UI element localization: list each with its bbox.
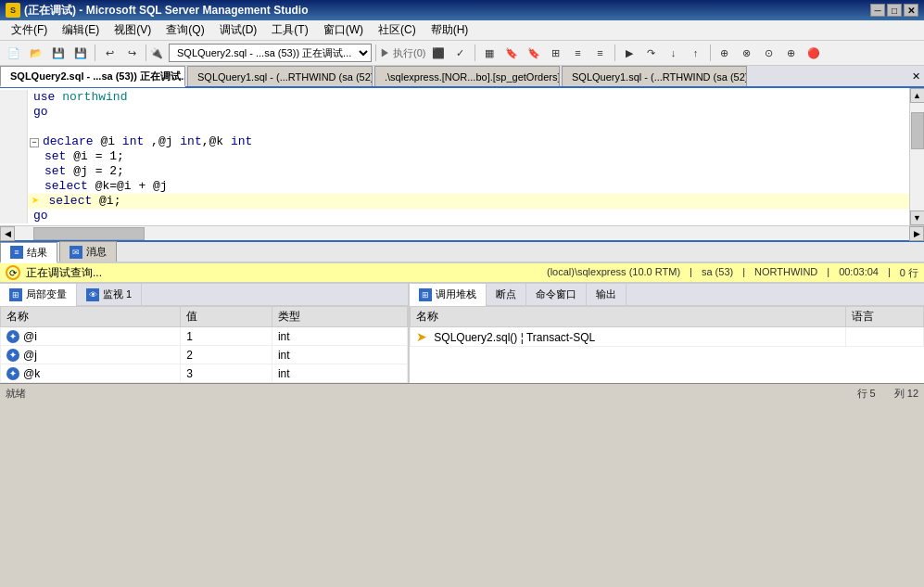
line-num-1 bbox=[0, 90, 28, 105]
keyword-select-2: select bbox=[48, 194, 92, 208]
step-out-button[interactable]: ↑ bbox=[686, 43, 706, 63]
save-all-button[interactable]: 💾 bbox=[70, 43, 91, 63]
menu-window[interactable]: 窗口(W) bbox=[316, 20, 371, 40]
tab-3[interactable]: SQLQuery1.sql - (...RTHWIND (sa (52))) bbox=[562, 66, 747, 86]
debug-btn-6[interactable]: ≡ bbox=[590, 43, 611, 63]
scroll-track[interactable] bbox=[910, 103, 925, 211]
locals-table: 名称 值 类型 ✦ @i 1 int ✦ @j 2 int bbox=[0, 306, 408, 383]
line-code-8: select @i; bbox=[41, 194, 120, 209]
line-content-9: go bbox=[28, 209, 48, 223]
close-button[interactable]: ✕ bbox=[904, 4, 918, 17]
menu-community[interactable]: 社区(C) bbox=[371, 20, 424, 40]
output-tab[interactable]: 输出 bbox=[587, 284, 627, 306]
menu-bar: 文件(F) 编辑(E) 视图(V) 查询(Q) 调试(D) 工具(T) 窗口(W… bbox=[0, 20, 924, 41]
step-over-button[interactable]: ↷ bbox=[641, 43, 662, 63]
new-query-button[interactable]: 📄 bbox=[4, 43, 24, 63]
breakpoints-tab[interactable]: 断点 bbox=[487, 284, 526, 306]
scroll-down-btn[interactable]: ▼ bbox=[910, 211, 925, 225]
debug-arrow-icon: ➤ bbox=[32, 194, 39, 209]
misc-btn-2[interactable]: ⊗ bbox=[737, 43, 757, 63]
tab-0[interactable]: SQLQuery2.sql - ...sa (53)) 正在调试.. bbox=[0, 66, 185, 87]
line-num-6 bbox=[0, 164, 28, 179]
var-icon: ✦ bbox=[6, 367, 19, 380]
menu-query[interactable]: 查询(Q) bbox=[158, 20, 211, 40]
results-tab-0[interactable]: ≡ 结果 bbox=[0, 242, 57, 263]
menu-view[interactable]: 视图(V) bbox=[107, 20, 158, 40]
debug-server: (local)\sqlexpress (10.0 RTM) bbox=[547, 266, 680, 280]
callstack-tab-bar: ⊞ 调用堆栈 断点 命令窗口 输出 bbox=[410, 284, 924, 306]
menu-edit[interactable]: 编辑(E) bbox=[55, 20, 107, 40]
locals-tab[interactable]: ⊞ 局部变量 bbox=[0, 284, 77, 306]
messages-icon: ✉ bbox=[70, 246, 82, 259]
command-window-tab[interactable]: 命令窗口 bbox=[526, 284, 587, 306]
line-content-8: ➤ select @i; bbox=[28, 194, 120, 209]
code-line-4: −declare @i int ,@j int,@k int bbox=[0, 134, 909, 149]
fold-icon-1[interactable]: − bbox=[30, 138, 39, 147]
v-scrollbar[interactable]: ▲ ▼ bbox=[909, 88, 924, 225]
line-num-3 bbox=[0, 120, 28, 134]
window-controls[interactable]: ─ □ ✕ bbox=[870, 4, 918, 17]
misc-btn-5[interactable]: 🔴 bbox=[804, 43, 824, 63]
results-tab-1[interactable]: ✉ 消息 bbox=[59, 241, 117, 262]
maximize-button[interactable]: □ bbox=[887, 4, 902, 17]
debug-btn-1[interactable]: ▦ bbox=[479, 43, 500, 63]
var-j-set: @j bbox=[73, 164, 88, 178]
toolbar-area: 📄 📂 💾 💾 ↩ ↪ 🔌 SQLQuery2.sql - ...sa (53)… bbox=[0, 41, 924, 66]
debug-separator-1: | bbox=[690, 266, 692, 280]
line-content-1: use northwind bbox=[28, 90, 127, 105]
h-scrollbar[interactable]: ◀ ▶ bbox=[0, 225, 924, 240]
locals-cell-value: 3 bbox=[181, 364, 272, 383]
code-editor[interactable]: use northwind go −declare @i int ,@j int… bbox=[0, 88, 909, 225]
misc-btn-3[interactable]: ⊙ bbox=[759, 43, 779, 63]
debug-btn-5[interactable]: ≡ bbox=[568, 43, 589, 63]
misc-btn-4[interactable]: ⊕ bbox=[781, 43, 802, 63]
separator-1 bbox=[95, 45, 95, 61]
redo-button[interactable]: ↪ bbox=[121, 43, 142, 63]
h-scroll-track[interactable] bbox=[15, 226, 909, 240]
var-i-decl: @i bbox=[100, 134, 115, 148]
locals-row: ✦ @k 3 int bbox=[1, 364, 408, 383]
menu-debug[interactable]: 调试(D) bbox=[212, 20, 265, 40]
locals-cell-type: int bbox=[272, 364, 407, 383]
check-button[interactable]: ✓ bbox=[450, 43, 471, 63]
connection-dropdown[interactable]: SQLQuery2.sql - ...sa (53)) 正在调试... bbox=[169, 44, 372, 62]
results-tab-bar: ≡ 结果 ✉ 消息 bbox=[0, 240, 924, 262]
watch-tab[interactable]: 👁 监视 1 bbox=[77, 284, 142, 306]
menu-help[interactable]: 帮助(H) bbox=[424, 20, 476, 40]
debug-btn-2[interactable]: 🔖 bbox=[501, 43, 522, 63]
tab-1[interactable]: SQLQuery1.sql - (...RTHWIND (sa (52)))* bbox=[187, 66, 373, 86]
line-num-8 bbox=[0, 194, 28, 209]
scroll-thumb[interactable] bbox=[911, 112, 924, 149]
tab-bar: SQLQuery2.sql - ...sa (53)) 正在调试.. SQLQu… bbox=[0, 66, 924, 88]
debug-btn-3[interactable]: 🔖 bbox=[524, 43, 544, 63]
menu-tools[interactable]: 工具(T) bbox=[264, 20, 315, 40]
var-icon: ✦ bbox=[6, 349, 19, 362]
save-button[interactable]: 💾 bbox=[48, 43, 69, 63]
minimize-button[interactable]: ─ bbox=[870, 4, 885, 17]
scroll-left-btn[interactable]: ◀ bbox=[0, 226, 15, 241]
menu-file[interactable]: 文件(F) bbox=[4, 20, 55, 40]
scroll-right-btn[interactable]: ▶ bbox=[909, 226, 924, 241]
keyword-set-2: set bbox=[44, 164, 66, 178]
locals-col-type: 类型 bbox=[272, 307, 407, 327]
step-into-button[interactable]: ↓ bbox=[664, 43, 684, 63]
locals-row: ✦ @i 1 int bbox=[1, 327, 408, 346]
separator-6 bbox=[710, 45, 711, 61]
callstack-cell-name: ➤ SQLQuery2.sql() ¦ Transact-SQL bbox=[411, 327, 846, 347]
debug-btn-4[interactable]: ⊞ bbox=[546, 43, 566, 63]
keyword-select-1: select bbox=[44, 179, 88, 193]
undo-button[interactable]: ↩ bbox=[99, 43, 120, 63]
type-int-1: int bbox=[122, 134, 144, 148]
scroll-up-btn[interactable]: ▲ bbox=[910, 88, 925, 103]
stop-button[interactable]: ⬛ bbox=[428, 43, 449, 63]
tab-close-btn[interactable]: ✕ bbox=[908, 66, 924, 86]
callstack-tab[interactable]: ⊞ 调用堆栈 bbox=[410, 284, 487, 306]
misc-btn-1[interactable]: ⊕ bbox=[715, 43, 735, 63]
open-button[interactable]: 📂 bbox=[26, 43, 46, 63]
line-content-4: −declare @i int ,@j int,@k int bbox=[28, 134, 252, 149]
debug-right-info: (local)\sqlexpress (10.0 RTM) | sa (53) … bbox=[547, 266, 918, 280]
h-scroll-thumb[interactable] bbox=[33, 227, 145, 240]
run-button[interactable]: ▶ bbox=[619, 43, 639, 63]
var-i-set: @i bbox=[73, 149, 88, 163]
tab-2[interactable]: .\sqlexpress.[NOR...bo].[sp_getOrders] bbox=[374, 66, 560, 86]
